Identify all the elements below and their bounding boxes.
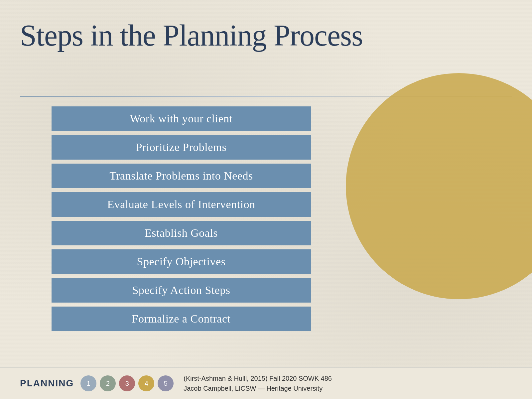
footer: PLANNING 12345 (Kirst-Ashman & Hulll, 20…: [0, 367, 532, 399]
step-item-7: Specify Action Steps: [52, 278, 311, 303]
footer-dots: 12345: [80, 375, 174, 391]
step-item-1: Work with your client: [52, 106, 311, 131]
page-title: Steps in the Planning Process: [20, 18, 363, 53]
step-item-8: Formalize a Contract: [52, 307, 311, 331]
step-item-3: Translate Problems into Needs: [52, 164, 311, 188]
footer-planning-label: PLANNING: [20, 378, 74, 389]
step-item-6: Specify Objectives: [52, 249, 311, 274]
footer-dot-4: 4: [138, 375, 154, 391]
footer-dot-1: 1: [80, 375, 96, 391]
step-item-2: Prioritize Problems: [52, 135, 311, 160]
footer-citation: (Kirst-Ashman & Hulll, 2015) Fall 2020 S…: [184, 373, 332, 393]
gold-circle-decoration: [346, 73, 532, 299]
footer-dot-5: 5: [158, 375, 174, 391]
steps-list: Work with your clientPrioritize Problems…: [52, 106, 311, 331]
citation-line1: (Kirst-Ashman & Hulll, 2015) Fall 2020 S…: [184, 373, 332, 383]
step-item-5: Establish Goals: [52, 221, 311, 245]
citation-line2: Jacob Campbell, LICSW — Heritage Univers…: [184, 383, 332, 393]
page-content: Steps in the Planning Process Work with …: [0, 0, 532, 399]
footer-dot-3: 3: [119, 375, 135, 391]
step-item-4: Evaluate Levels of Intervention: [52, 192, 311, 217]
footer-dot-2: 2: [100, 375, 116, 391]
